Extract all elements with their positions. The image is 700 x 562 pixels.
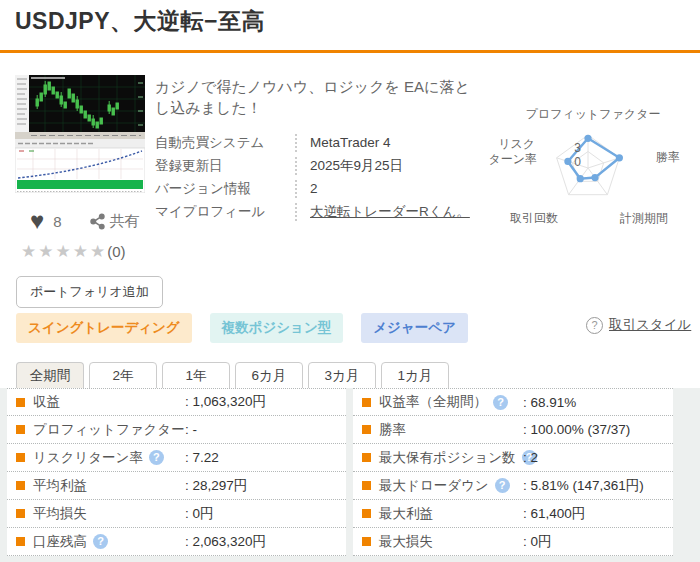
trade-style-label: 取引スタイル xyxy=(609,316,691,334)
stat-value: : 100.00% (37/37) xyxy=(523,422,630,437)
info-value: MetaTrader 4 xyxy=(295,134,470,152)
stat-label: 収益 xyxy=(33,393,60,411)
radar-axis-label: 勝率 xyxy=(656,150,680,164)
radar-axis-label: 計測期間 xyxy=(619,211,668,225)
stat-value: : 7.22 xyxy=(185,450,219,465)
help-icon[interactable]: ? xyxy=(149,450,164,465)
stat-row: 勝率 : 100.00% (37/37) xyxy=(353,416,673,444)
stat-label: 収益率（全期間） xyxy=(379,393,487,411)
stat-label: 平均利益 xyxy=(33,477,87,495)
rating-count: (0) xyxy=(107,243,125,260)
stat-value: : 2,063,320円 xyxy=(185,533,266,551)
help-icon[interactable]: ? xyxy=(493,395,508,410)
stat-label: 最大保有ポジション数 xyxy=(379,449,516,467)
style-tag[interactable]: 複数ポジション型 xyxy=(210,313,344,343)
info-label: 自動売買システム xyxy=(155,134,295,152)
stat-row: 収益率（全期間）? : 68.91% xyxy=(353,388,673,416)
share-icon xyxy=(89,213,106,230)
stat-row: 平均損失 : 0円 xyxy=(7,500,346,528)
bullet-icon xyxy=(362,398,371,407)
bullet-icon xyxy=(362,481,371,490)
stat-row: 最大損失 : 0円 xyxy=(353,528,673,556)
stat-value: : - xyxy=(185,422,197,437)
stat-value: : 0円 xyxy=(523,533,552,551)
bullet-icon xyxy=(16,398,25,407)
bullet-icon xyxy=(16,425,25,434)
radar-axis-label: 0 xyxy=(574,155,581,169)
stats-panel: 収益 : 1,063,320円 プロフィットファクター : - リスクリターン率… xyxy=(0,388,700,562)
stat-row: 最大利益 : 61,400円 xyxy=(353,500,673,528)
title-accent-rule xyxy=(0,50,700,53)
info-label: マイプロフィール xyxy=(155,203,295,221)
stat-row: 平均利益 : 28,297円 xyxy=(7,472,346,500)
rating-row[interactable]: ★★★★★(0) xyxy=(21,241,126,262)
share-label: 共有 xyxy=(110,212,140,231)
radar-axis-label: リスク xyxy=(498,137,535,151)
bullet-icon xyxy=(16,537,25,546)
social-row: ♥ 8 共有 xyxy=(30,210,140,232)
radar-data-point xyxy=(591,174,598,181)
stats-column-left: 収益 : 1,063,320円 プロフィットファクター : - リスクリターン率… xyxy=(7,388,346,562)
product-info-list: 自動売買システム MetaTrader 4 登録更新日 2025年9月25日 バ… xyxy=(155,134,485,226)
info-value: 2025年9月25日 xyxy=(295,157,470,175)
bullet-icon xyxy=(16,481,25,490)
period-tab[interactable]: 1カ月 xyxy=(381,362,449,389)
stat-value: : 2 xyxy=(523,450,538,465)
stat-value: : 0円 xyxy=(185,505,214,523)
stat-value: : 61,400円 xyxy=(523,505,585,523)
stat-label: 最大ドローダウン xyxy=(379,477,489,495)
period-tab[interactable]: 6カ月 xyxy=(235,362,303,389)
style-tag[interactable]: スイングトレーディング xyxy=(16,313,192,343)
stat-row: プロフィットファクター : - xyxy=(7,416,346,444)
radar-axis-label: 3 xyxy=(574,141,581,155)
info-value: 2 xyxy=(295,180,470,198)
page-title: USDJPY、大逆転−至高 xyxy=(15,6,265,37)
bullet-icon xyxy=(362,453,371,462)
radar-data-point xyxy=(564,158,571,165)
radar-axis-label: ターン率 xyxy=(488,152,537,166)
rating-stars-icon: ★★★★★ xyxy=(21,242,107,261)
stat-label: 勝率 xyxy=(379,421,406,439)
period-tab[interactable]: 1年 xyxy=(162,362,230,389)
info-label: 登録更新日 xyxy=(155,157,295,175)
period-tab[interactable]: 全期間 xyxy=(16,362,84,389)
stat-label: 最大利益 xyxy=(379,505,433,523)
like-count: 8 xyxy=(53,213,61,230)
bullet-icon xyxy=(362,509,371,518)
bullet-icon xyxy=(16,509,25,518)
info-row: マイプロフィール 大逆転トレーダーRくん。 xyxy=(155,203,485,221)
period-tabs: 全期間2年1年6カ月3カ月1カ月 xyxy=(16,362,449,389)
stat-value: : 28,297円 xyxy=(185,477,247,495)
period-tab[interactable]: 3カ月 xyxy=(308,362,376,389)
trade-style-radar-chart: 30プロフィットファクター勝率計測期間取引回数リスクターン率 xyxy=(478,100,700,236)
stat-label: 平均損失 xyxy=(33,505,87,523)
share-button[interactable]: 共有 xyxy=(89,212,140,231)
info-row: バージョン情報 2 xyxy=(155,180,485,198)
stat-label: 最大損失 xyxy=(379,533,433,551)
profile-link[interactable]: 大逆転トレーダーRくん。 xyxy=(295,203,470,221)
product-thumbnail[interactable] xyxy=(15,75,145,193)
stat-label: リスクリターン率 xyxy=(33,449,143,467)
radar-axis-label: 取引回数 xyxy=(510,211,558,225)
add-portfolio-button[interactable]: ポートフォリオ追加 xyxy=(16,276,163,308)
period-tab[interactable]: 2年 xyxy=(89,362,157,389)
style-tag[interactable]: メジャーペア xyxy=(361,313,468,343)
radar-data-point xyxy=(577,175,584,182)
radar-data-point xyxy=(584,135,591,142)
stat-row: 最大ドローダウン? : 5.81% (147,361円) xyxy=(353,472,673,500)
trade-style-link[interactable]: ? 取引スタイル xyxy=(586,316,691,334)
stat-label: プロフィットファクター xyxy=(33,421,185,439)
product-description: カジノで得たノウハウ、ロジックを EAに落とし込みました！ xyxy=(155,76,470,118)
bullet-icon xyxy=(362,537,371,546)
lots-bar xyxy=(17,180,143,189)
stats-column-right: 収益率（全期間）? : 68.91% 勝率 : 100.00% (37/37) … xyxy=(353,388,673,562)
tags-row: スイングトレーディング複数ポジション型メジャーペア xyxy=(16,313,468,343)
help-icon[interactable]: ? xyxy=(93,534,108,549)
stat-row: 最大保有ポジション数? : 2 xyxy=(353,444,673,472)
like-heart-icon[interactable]: ♥ xyxy=(30,210,44,232)
stat-value: : 1,063,320円 xyxy=(185,393,266,411)
stat-row: 口座残高? : 2,063,320円 xyxy=(7,528,346,556)
radar-axis-label: プロフィットファクター xyxy=(526,107,661,121)
stat-value: : 5.81% (147,361円) xyxy=(523,477,644,495)
help-icon[interactable]: ? xyxy=(495,478,510,493)
